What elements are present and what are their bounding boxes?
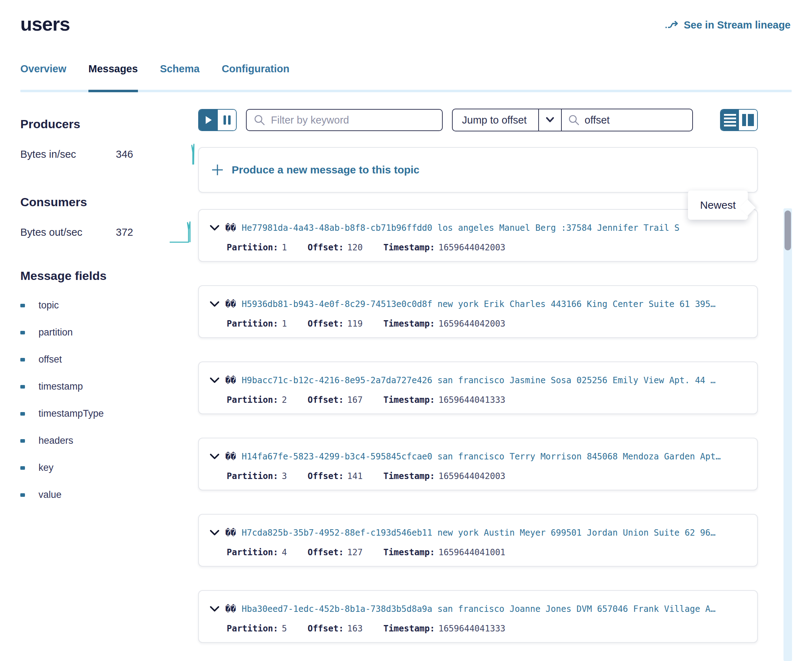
field-item-topic[interactable]: topic <box>20 300 198 311</box>
chevron-down-icon[interactable] <box>210 530 219 536</box>
key-glyphs: �� <box>225 527 236 538</box>
message-row[interactable]: �� He77981da-4a43-48ab-b8f8-cb71b96ffdd0… <box>198 209 758 262</box>
play-pause-toggle <box>198 109 237 131</box>
bytes-in-sparkline <box>189 143 196 165</box>
message-content: He77981da-4a43-48ab-b8f8-cb71b96ffdd0 lo… <box>242 223 679 233</box>
jump-to-offset-group: Jump to offset <box>452 109 693 131</box>
chevron-down-icon[interactable] <box>210 225 219 231</box>
message-content: H5936db81-b943-4e0f-8c29-74513e0c0d8f ne… <box>242 299 715 309</box>
field-item-timestampType[interactable]: timestampType <box>20 408 198 419</box>
timestamp-value: 1659644042003 <box>439 243 505 252</box>
field-label: topic <box>38 300 59 311</box>
timestamp-value: 1659644041333 <box>439 624 505 634</box>
field-label: timestamp <box>38 381 83 392</box>
key-glyphs: �� <box>225 223 236 233</box>
message-meta: Partition:4Offset:127Timestamp:165964404… <box>227 548 748 557</box>
list-view-button[interactable] <box>721 110 739 130</box>
message-content: H7cda825b-35b7-4952-88ef-c193d546eb11 ne… <box>242 528 715 538</box>
tab-overview[interactable]: Overview <box>20 63 66 75</box>
produce-message-button[interactable]: Produce a new message to this topic <box>198 147 758 193</box>
message-row[interactable]: �� Hba30eed7-1edc-452b-8b1a-738d3b5d8a9a… <box>198 590 758 643</box>
bytes-in-value: 346 <box>116 148 159 160</box>
jump-select-chevron-button[interactable] <box>538 109 561 131</box>
offset-search-field[interactable] <box>561 109 692 131</box>
offset-search-input[interactable] <box>585 114 686 126</box>
search-icon <box>254 114 265 126</box>
sidebar: Producers Bytes in/sec 346 Consumers Byt… <box>0 109 198 661</box>
stream-lineage-label: See in Stream lineage <box>684 19 791 31</box>
field-label: headers <box>38 435 74 446</box>
partition-label: Partition: <box>227 471 279 481</box>
tab-configuration[interactable]: Configuration <box>222 63 290 75</box>
offset-value: 119 <box>347 319 362 329</box>
offset-label: Offset: <box>308 395 344 405</box>
partition-value: 2 <box>282 395 287 405</box>
field-item-value[interactable]: value <box>20 489 198 500</box>
field-label: offset <box>38 354 62 365</box>
field-bullet-icon <box>20 493 25 497</box>
field-label: key <box>38 462 53 473</box>
field-item-timestamp[interactable]: timestamp <box>20 381 198 392</box>
message-content: H14fa67fe-5823-4299-b3c4-595845cfcae0 sa… <box>242 452 721 461</box>
offset-label: Offset: <box>308 319 344 329</box>
field-label: partition <box>38 327 73 338</box>
chevron-down-icon <box>545 116 555 124</box>
field-item-offset[interactable]: offset <box>20 354 198 365</box>
message-content: Hba30eed7-1edc-452b-8b1a-738d3b5d8a9a sa… <box>242 604 715 614</box>
timestamp-value: 1659644042003 <box>439 471 505 481</box>
list-view-icon <box>724 114 736 126</box>
offset-value: 141 <box>347 471 362 481</box>
keyword-filter-input[interactable] <box>271 114 435 126</box>
plus-icon <box>211 163 224 176</box>
message-row[interactable]: �� H7cda825b-35b7-4952-88ef-c193d546eb11… <box>198 514 758 567</box>
chevron-down-icon[interactable] <box>210 301 219 307</box>
timestamp-label: Timestamp: <box>383 395 435 405</box>
jump-to-offset-value: Jump to offset <box>462 114 527 126</box>
bytes-in-metric: Bytes in/sec 346 <box>20 143 198 165</box>
pause-button[interactable] <box>217 110 236 130</box>
messages-toolbar: Jump to offset <box>198 109 758 131</box>
keyword-filter-field[interactable] <box>246 109 443 131</box>
chevron-down-icon[interactable] <box>210 453 219 460</box>
stream-lineage-link[interactable]: See in Stream lineage <box>665 19 791 31</box>
scrollbar-thumb[interactable] <box>785 211 791 251</box>
column-view-button[interactable] <box>739 110 757 130</box>
key-glyphs: �� <box>225 299 236 309</box>
search-icon <box>568 114 580 126</box>
message-row[interactable]: �� H9bacc71c-b12c-4216-8e95-2a7da727e426… <box>198 361 758 414</box>
partition-label: Partition: <box>227 395 279 405</box>
chevron-down-icon[interactable] <box>210 377 219 383</box>
timestamp-value: 1659644042003 <box>439 319 505 329</box>
tab-messages[interactable]: Messages <box>88 63 138 75</box>
partition-value: 1 <box>282 319 287 329</box>
timestamp-label: Timestamp: <box>383 471 435 481</box>
play-button[interactable] <box>199 110 217 130</box>
field-item-headers[interactable]: headers <box>20 435 198 446</box>
tab-bar: Overview Messages Schema Configuration <box>20 63 792 75</box>
key-glyphs: �� <box>225 451 236 461</box>
offset-label: Offset: <box>308 243 344 252</box>
timestamp-label: Timestamp: <box>383 548 435 557</box>
field-item-partition[interactable]: partition <box>20 327 198 338</box>
produce-message-label: Produce a new message to this topic <box>232 164 420 176</box>
chevron-down-icon[interactable] <box>210 606 219 612</box>
partition-value: 5 <box>282 624 287 634</box>
offset-value: 163 <box>347 624 362 634</box>
field-label: value <box>38 489 62 500</box>
offset-label: Offset: <box>308 624 344 634</box>
timestamp-label: Timestamp: <box>383 243 435 252</box>
field-bullet-icon <box>20 439 25 443</box>
message-row[interactable]: �� H14fa67fe-5823-4299-b3c4-595845cfcae0… <box>198 438 758 490</box>
field-item-key[interactable]: key <box>20 462 198 473</box>
field-bullet-icon <box>20 331 25 334</box>
tab-schema[interactable]: Schema <box>160 63 200 75</box>
field-bullet-icon <box>20 385 25 388</box>
partition-value: 3 <box>282 471 287 481</box>
message-list-scrollbar[interactable] <box>783 208 792 661</box>
jump-to-offset-select[interactable]: Jump to offset <box>453 109 538 131</box>
bytes-out-value: 372 <box>116 227 159 238</box>
message-fields-list: topic partition offset timestamp timesta… <box>20 300 198 500</box>
page-title: users <box>20 13 70 35</box>
message-row[interactable]: �� H5936db81-b943-4e0f-8c29-74513e0c0d8f… <box>198 285 758 338</box>
field-bullet-icon <box>20 466 25 470</box>
